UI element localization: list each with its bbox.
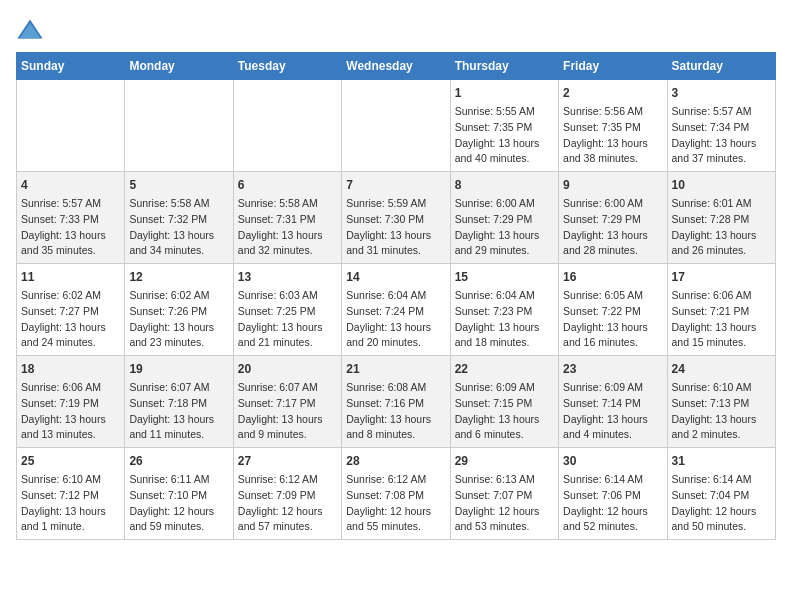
day-info: and 18 minutes. xyxy=(455,335,554,351)
day-info: Sunrise: 6:00 AM xyxy=(563,196,662,212)
day-info: Sunrise: 6:06 AM xyxy=(672,288,771,304)
day-info: Daylight: 13 hours xyxy=(129,228,228,244)
calendar-cell: 19Sunrise: 6:07 AMSunset: 7:18 PMDayligh… xyxy=(125,356,233,448)
day-info: and 26 minutes. xyxy=(672,243,771,259)
day-number: 21 xyxy=(346,360,445,378)
day-info: Daylight: 12 hours xyxy=(563,504,662,520)
day-info: Sunset: 7:12 PM xyxy=(21,488,120,504)
day-info: Sunset: 7:29 PM xyxy=(563,212,662,228)
day-info: and 6 minutes. xyxy=(455,427,554,443)
day-info: and 40 minutes. xyxy=(455,151,554,167)
calendar-cell: 17Sunrise: 6:06 AMSunset: 7:21 PMDayligh… xyxy=(667,264,775,356)
day-number: 6 xyxy=(238,176,337,194)
day-info: Sunset: 7:17 PM xyxy=(238,396,337,412)
day-info: Sunrise: 6:00 AM xyxy=(455,196,554,212)
day-number: 9 xyxy=(563,176,662,194)
day-info: Daylight: 13 hours xyxy=(21,504,120,520)
day-info: Sunrise: 6:04 AM xyxy=(455,288,554,304)
day-number: 10 xyxy=(672,176,771,194)
calendar-cell: 8Sunrise: 6:00 AMSunset: 7:29 PMDaylight… xyxy=(450,172,558,264)
day-info: Sunset: 7:26 PM xyxy=(129,304,228,320)
day-info: Daylight: 13 hours xyxy=(563,136,662,152)
day-info: Daylight: 13 hours xyxy=(455,412,554,428)
day-info: Sunrise: 5:58 AM xyxy=(238,196,337,212)
day-number: 7 xyxy=(346,176,445,194)
day-info: Sunset: 7:19 PM xyxy=(21,396,120,412)
day-info: Sunset: 7:25 PM xyxy=(238,304,337,320)
calendar-cell xyxy=(233,80,341,172)
calendar-cell: 4Sunrise: 5:57 AMSunset: 7:33 PMDaylight… xyxy=(17,172,125,264)
calendar-cell: 31Sunrise: 6:14 AMSunset: 7:04 PMDayligh… xyxy=(667,448,775,540)
day-info: Daylight: 13 hours xyxy=(129,412,228,428)
calendar-cell: 30Sunrise: 6:14 AMSunset: 7:06 PMDayligh… xyxy=(559,448,667,540)
day-info: Daylight: 13 hours xyxy=(238,228,337,244)
day-info: Sunset: 7:31 PM xyxy=(238,212,337,228)
day-info: Daylight: 13 hours xyxy=(346,412,445,428)
day-info: and 23 minutes. xyxy=(129,335,228,351)
calendar-cell: 29Sunrise: 6:13 AMSunset: 7:07 PMDayligh… xyxy=(450,448,558,540)
day-info: and 16 minutes. xyxy=(563,335,662,351)
day-info: Sunrise: 5:57 AM xyxy=(21,196,120,212)
day-number: 12 xyxy=(129,268,228,286)
day-number: 2 xyxy=(563,84,662,102)
day-info: and 24 minutes. xyxy=(21,335,120,351)
day-info: and 29 minutes. xyxy=(455,243,554,259)
day-info: Daylight: 13 hours xyxy=(455,228,554,244)
day-info: Daylight: 13 hours xyxy=(455,320,554,336)
day-info: Sunrise: 6:10 AM xyxy=(21,472,120,488)
day-info: Daylight: 13 hours xyxy=(21,412,120,428)
day-info: Daylight: 13 hours xyxy=(672,320,771,336)
day-info: Sunrise: 6:14 AM xyxy=(672,472,771,488)
day-info: Sunset: 7:35 PM xyxy=(563,120,662,136)
header-saturday: Saturday xyxy=(667,53,775,80)
calendar-cell: 12Sunrise: 6:02 AMSunset: 7:26 PMDayligh… xyxy=(125,264,233,356)
day-number: 16 xyxy=(563,268,662,286)
day-number: 31 xyxy=(672,452,771,470)
day-info: and 38 minutes. xyxy=(563,151,662,167)
calendar-cell: 14Sunrise: 6:04 AMSunset: 7:24 PMDayligh… xyxy=(342,264,450,356)
calendar-week-row: 1Sunrise: 5:55 AMSunset: 7:35 PMDaylight… xyxy=(17,80,776,172)
day-number: 18 xyxy=(21,360,120,378)
day-info: Sunrise: 6:13 AM xyxy=(455,472,554,488)
day-number: 19 xyxy=(129,360,228,378)
day-info: Sunrise: 6:10 AM xyxy=(672,380,771,396)
logo-icon xyxy=(16,16,44,44)
calendar-week-row: 11Sunrise: 6:02 AMSunset: 7:27 PMDayligh… xyxy=(17,264,776,356)
calendar-cell: 2Sunrise: 5:56 AMSunset: 7:35 PMDaylight… xyxy=(559,80,667,172)
day-info: Sunset: 7:24 PM xyxy=(346,304,445,320)
day-info: Daylight: 12 hours xyxy=(455,504,554,520)
day-info: Sunset: 7:34 PM xyxy=(672,120,771,136)
calendar-cell: 24Sunrise: 6:10 AMSunset: 7:13 PMDayligh… xyxy=(667,356,775,448)
day-info: Sunrise: 6:04 AM xyxy=(346,288,445,304)
header-wednesday: Wednesday xyxy=(342,53,450,80)
day-info: Sunset: 7:22 PM xyxy=(563,304,662,320)
day-info: Sunset: 7:04 PM xyxy=(672,488,771,504)
day-info: Daylight: 13 hours xyxy=(563,228,662,244)
day-info: Sunset: 7:27 PM xyxy=(21,304,120,320)
day-info: Daylight: 13 hours xyxy=(346,320,445,336)
day-info: Sunrise: 6:07 AM xyxy=(238,380,337,396)
day-info: and 20 minutes. xyxy=(346,335,445,351)
header-sunday: Sunday xyxy=(17,53,125,80)
day-info: Sunset: 7:32 PM xyxy=(129,212,228,228)
day-info: Sunset: 7:28 PM xyxy=(672,212,771,228)
day-info: Sunrise: 6:12 AM xyxy=(346,472,445,488)
day-info: Sunrise: 5:56 AM xyxy=(563,104,662,120)
day-number: 28 xyxy=(346,452,445,470)
header-monday: Monday xyxy=(125,53,233,80)
day-number: 4 xyxy=(21,176,120,194)
day-info: Sunrise: 6:09 AM xyxy=(455,380,554,396)
day-info: Sunrise: 6:07 AM xyxy=(129,380,228,396)
day-info: Sunset: 7:14 PM xyxy=(563,396,662,412)
day-number: 23 xyxy=(563,360,662,378)
calendar-cell: 25Sunrise: 6:10 AMSunset: 7:12 PMDayligh… xyxy=(17,448,125,540)
day-info: and 1 minute. xyxy=(21,519,120,535)
day-info: and 15 minutes. xyxy=(672,335,771,351)
day-number: 27 xyxy=(238,452,337,470)
day-info: Daylight: 13 hours xyxy=(672,412,771,428)
day-info: and 8 minutes. xyxy=(346,427,445,443)
calendar-cell xyxy=(125,80,233,172)
day-info: and 59 minutes. xyxy=(129,519,228,535)
header-friday: Friday xyxy=(559,53,667,80)
day-info: Sunset: 7:07 PM xyxy=(455,488,554,504)
